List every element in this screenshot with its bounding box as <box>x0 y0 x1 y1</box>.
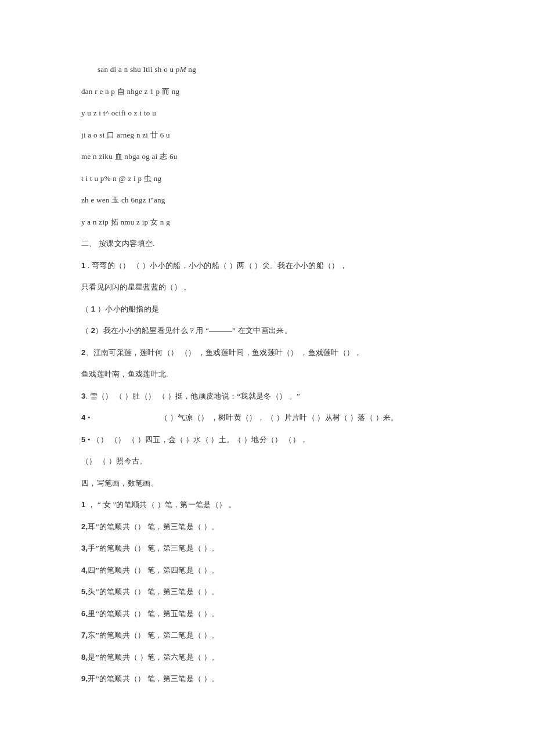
text-line-0: san di a n shu Itii sh o u pM ng <box>81 64 453 75</box>
text-line-5: t i t u p% n @ z i p 虫 ng <box>81 173 453 185</box>
text-line-7: y a n zip 拓 nmu z ip 女 n g <box>81 216 453 228</box>
text-line-11: （ 1 ）小小的船指的是 <box>81 303 453 315</box>
text-line-27: 8,是”的笔顺共（ ）笔，第六笔是（ ）。 <box>81 652 453 663</box>
text-line-23: 4,四”的笔顺共（） 笔，第四笔是（ ）。 <box>81 565 453 576</box>
text-line-22: 3,手”的笔顺共（） 笔，第三笔是（ ）。 <box>81 542 453 554</box>
text-line-28: 9,开”的笔顺共（） 笔，第三笔是（ ）。 <box>81 673 453 685</box>
text-line-25: 6,里”的笔顺共（） 笔，第五笔是（ ）。 <box>81 608 453 620</box>
document-page: san di a n shu Itii sh o u pM ngdan r e … <box>0 0 534 730</box>
text-line-19: 四，写笔画，数笔画。 <box>81 478 453 489</box>
text-line-9: 1 . 弯弯的（） （ ）小小的船，小小的船（ ）两（ ）尖。我在小小的船（）， <box>81 260 453 272</box>
text-line-10: 只看见闪闪的星星蓝蓝的（） 。 <box>81 281 453 293</box>
text-line-24: 5,头”的笔顺共（） 笔，第三笔是（ ）。 <box>81 586 453 598</box>
text-line-21: 2,耳”的笔顺共（） 笔，第三笔是（ ）。 <box>81 521 453 533</box>
text-line-14: 鱼戏莲叶南，鱼戏莲叶北. <box>81 368 453 380</box>
text-line-13: 2、江南可采莲，莲叶何（） （） ，鱼戏莲叶间，鱼戏莲叶（） ，鱼戏莲叶（）， <box>81 347 453 359</box>
text-line-3: ji a o si 口 arneg n zi 廿 6 u <box>81 129 453 141</box>
text-line-15: 3. 雪（） （ ）肚（） （ ）挺，他顽皮地说：“我就是冬（） 。” <box>81 390 453 402</box>
text-line-16: 4 •（ ）气凉（） ，树叶黄（）， （ ）片片叶（ ）从树（ ）落（ ）来。 <box>81 412 453 424</box>
text-line-17: 5 • （） （） （ ）四五，金（ ）水（ ）土。（ ）地分（） （）， <box>81 434 453 446</box>
text-line-1: dan r e n p 自 nhge z 1 p 而 ng <box>81 86 453 97</box>
text-line-6: zh e wen 玉 ch 6ngz i"ang <box>81 194 453 206</box>
text-line-2: y u z i t^ ocifi o z i to u <box>81 107 453 119</box>
text-line-8: 二、 按课文内容填空. <box>81 238 453 249</box>
text-line-12: （ 2）我在小小的船里看见什么？用 “———” 在文中画出来。 <box>81 325 453 337</box>
text-line-18: （） （ ）照今古。 <box>81 455 453 467</box>
text-line-4: me n ziku 血 nbga og ai 志 6u <box>81 151 453 162</box>
text-line-20: 1 ， “ 女 ”的笔顺共（ ）笔，第一笔是（） 。 <box>81 499 453 511</box>
text-line-26: 7,东”的笔顺共（） 笔，第二笔是（ ）。 <box>81 630 453 641</box>
